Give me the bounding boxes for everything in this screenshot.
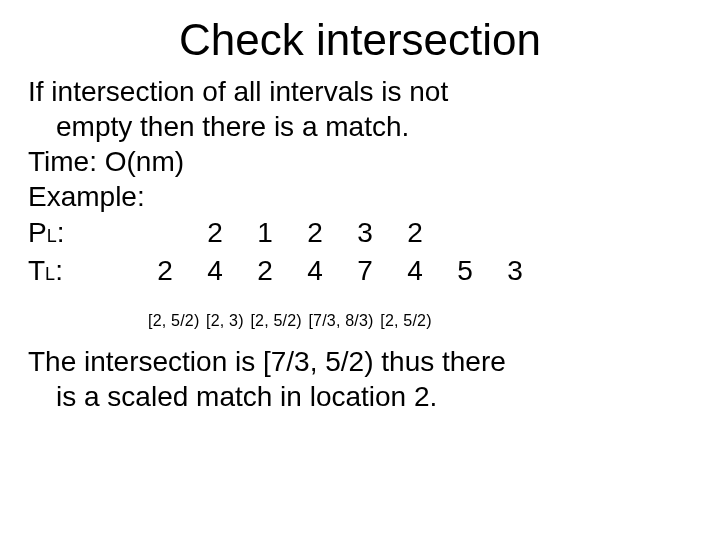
tl-cell-3: 4 — [290, 252, 340, 290]
tl-cell-0: 2 — [140, 252, 190, 290]
pl-cell-2: 2 — [290, 214, 340, 252]
interval-4: [2, 5/2) — [380, 312, 431, 329]
conclusion-line-2: is a scaled match in location 2. — [28, 379, 692, 414]
intervals-line: [2, 5/2) [2, 3) [2, 5/2) [7/3, 8/3) [2, … — [148, 312, 692, 330]
interval-2: [2, 5/2) — [250, 312, 301, 329]
tl-label-main: T — [28, 255, 45, 286]
interval-1: [2, 3) — [206, 312, 244, 329]
intro-line-2: empty then there is a match. — [28, 109, 692, 144]
slide: Check intersection If intersection of al… — [0, 0, 720, 540]
pl-cell-0: 2 — [190, 214, 240, 252]
conclusion-line-1: The intersection is [7/3, 5/2) thus ther… — [28, 344, 692, 379]
interval-0: [2, 5/2) — [148, 312, 199, 329]
tl-cell-1: 4 — [190, 252, 240, 290]
time-line: Time: O(nm) — [28, 144, 692, 179]
pl-cell-1: 1 — [240, 214, 290, 252]
tl-cell-6: 5 — [440, 252, 490, 290]
tl-label-colon: : — [55, 255, 63, 286]
pl-label-sub: L — [47, 226, 57, 246]
tl-row: TL: 2 4 2 4 7 4 5 3 — [28, 252, 692, 290]
example-line: Example: — [28, 179, 692, 214]
pl-label-main: P — [28, 217, 47, 248]
tl-cell-7: 3 — [490, 252, 540, 290]
tl-cell-2: 2 — [240, 252, 290, 290]
slide-title: Check intersection — [28, 16, 692, 64]
pl-label: PL: — [28, 214, 140, 252]
pl-label-colon: : — [57, 217, 65, 248]
pl-cell-4: 2 — [390, 214, 440, 252]
interval-3: [7/3, 8/3) — [308, 312, 373, 329]
tl-label: TL: — [28, 252, 140, 290]
pl-row: PL: 2 1 2 3 2 — [28, 214, 692, 252]
tl-label-sub: L — [45, 264, 55, 284]
tl-cell-5: 4 — [390, 252, 440, 290]
intro-line-1: If intersection of all intervals is not — [28, 74, 692, 109]
pl-cell-3: 3 — [340, 214, 390, 252]
tl-cell-4: 7 — [340, 252, 390, 290]
